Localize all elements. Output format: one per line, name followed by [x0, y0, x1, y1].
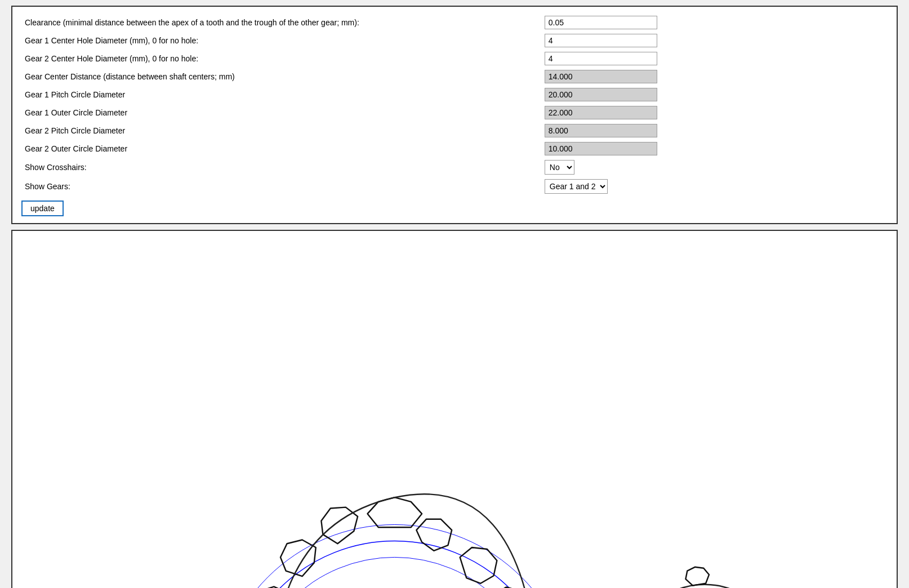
svg-point-1 [215, 524, 574, 588]
settings-input-5 [545, 106, 657, 119]
settings-label-6: Gear 2 Pitch Circle Diameter [21, 122, 541, 140]
settings-input-2[interactable] [545, 52, 657, 65]
settings-row-1: Gear 1 Center Hole Diameter (mm), 0 for … [21, 32, 888, 50]
settings-row-2: Gear 2 Center Hole Diameter (mm), 0 for … [21, 50, 888, 68]
show-gears-select[interactable]: Gear 1 and 2 Gear 1 only Gear 2 only [545, 179, 608, 194]
gear1-teeth [245, 497, 541, 588]
gear-svg [12, 231, 897, 588]
crosshairs-row: Show Crosshairs: No Yes [21, 158, 888, 177]
settings-panel: Clearance (minimal distance between the … [11, 6, 898, 224]
settings-input-3 [545, 70, 657, 83]
settings-label-0: Clearance (minimal distance between the … [21, 14, 541, 32]
settings-label-7: Gear 2 Outer Circle Diameter [21, 140, 541, 158]
settings-label-4: Gear 1 Pitch Circle Diameter [21, 86, 541, 104]
crosshairs-select[interactable]: No Yes [545, 160, 574, 175]
settings-label-2: Gear 2 Center Hole Diameter (mm), 0 for … [21, 50, 541, 68]
canvas-panel [11, 230, 898, 588]
settings-row-6: Gear 2 Pitch Circle Diameter [21, 122, 888, 140]
show-gears-label: Show Gears: [21, 177, 541, 196]
settings-row-7: Gear 2 Outer Circle Diameter [21, 140, 888, 158]
settings-input-4 [545, 88, 657, 101]
settings-row-0: Clearance (minimal distance between the … [21, 14, 888, 32]
settings-input-0[interactable] [545, 16, 657, 29]
settings-input-6 [545, 124, 657, 137]
settings-label-5: Gear 1 Outer Circle Diameter [21, 104, 541, 122]
settings-row-5: Gear 1 Outer Circle Diameter [21, 104, 888, 122]
settings-row-3: Gear Center Distance (distance between s… [21, 68, 888, 86]
settings-input-7 [545, 142, 657, 155]
crosshairs-label: Show Crosshairs: [21, 158, 541, 177]
svg-point-8 [629, 585, 781, 588]
settings-label-3: Gear Center Distance (distance between s… [21, 68, 541, 86]
show-gears-row: Show Gears: Gear 1 and 2 Gear 1 only Gea… [21, 177, 888, 196]
settings-label-1: Gear 1 Center Hole Diameter (mm), 0 for … [21, 32, 541, 50]
page-wrapper: Clearance (minimal distance between the … [0, 0, 909, 588]
update-button[interactable]: update [21, 201, 64, 216]
settings-row-4: Gear 1 Pitch Circle Diameter [21, 86, 888, 104]
settings-table: Clearance (minimal distance between the … [21, 14, 888, 196]
settings-input-1[interactable] [545, 34, 657, 47]
